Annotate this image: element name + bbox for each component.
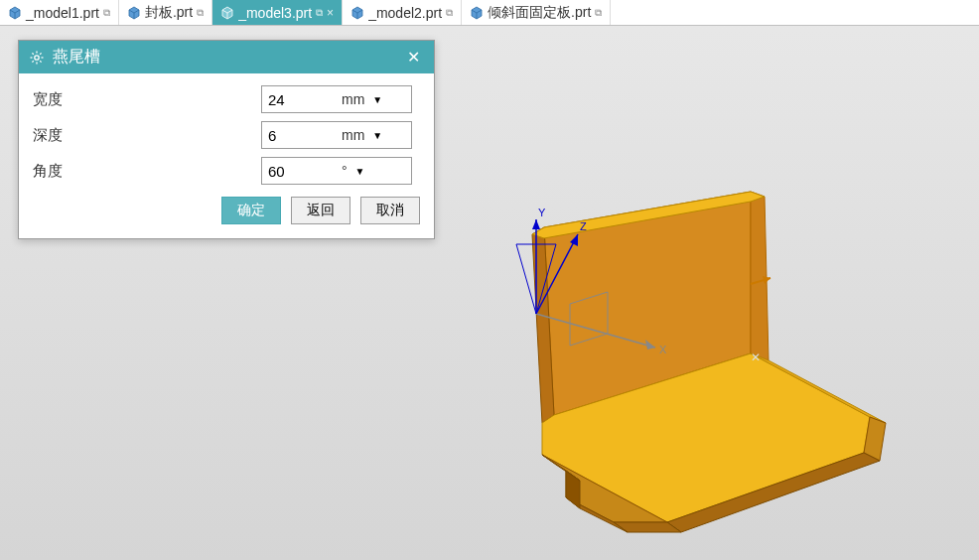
- svg-line-22: [751, 278, 770, 284]
- svg-text:X: X: [659, 344, 667, 355]
- svg-line-16: [536, 314, 655, 348]
- popout-icon[interactable]: ⧉: [595, 7, 602, 19]
- axes-triad: Y X Z ✕: [516, 207, 770, 364]
- popout-icon[interactable]: ⧉: [103, 7, 110, 19]
- chevron-down-icon[interactable]: ▼: [366, 94, 388, 105]
- unit-angle: °: [342, 163, 350, 179]
- width-input[interactable]: [262, 86, 342, 112]
- svg-line-30: [32, 53, 33, 54]
- svg-marker-5: [751, 353, 886, 423]
- tab-qingxie[interactable]: 倾斜面固定板.prt ⧉: [462, 0, 611, 25]
- input-group-width: mm ▼: [261, 85, 412, 113]
- svg-text:✕: ✕: [751, 350, 761, 364]
- popout-icon[interactable]: ⧉: [316, 7, 323, 19]
- popout-icon[interactable]: ⧉: [197, 7, 204, 19]
- part-icon: [350, 6, 364, 20]
- angle-input[interactable]: [262, 158, 342, 184]
- svg-marker-2: [532, 227, 554, 423]
- tab-fengban[interactable]: 封板.prt ⧉: [119, 0, 212, 25]
- svg-line-31: [40, 61, 41, 62]
- ok-button[interactable]: 确定: [221, 197, 281, 224]
- svg-marker-3: [542, 353, 870, 522]
- svg-point-25: [35, 55, 39, 59]
- dovetail-dialog: 燕尾槽 ✕ 宽度 mm ▼ 深度 mm ▼ 角度 ° ▼: [18, 40, 435, 239]
- unit-width: mm: [342, 91, 366, 107]
- tab-label: _model3.prt: [238, 5, 312, 21]
- row-depth: 深度 mm ▼: [33, 121, 420, 149]
- tab-label: 倾斜面固定板.prt: [488, 4, 591, 22]
- tab-label: _model1.prt: [26, 5, 99, 21]
- tab-label: _model2.prt: [368, 5, 442, 21]
- label-width: 宽度: [33, 90, 261, 109]
- svg-marker-0: [544, 192, 751, 415]
- chevron-down-icon[interactable]: ▼: [366, 130, 388, 141]
- svg-marker-17: [645, 340, 655, 350]
- tab-model1[interactable]: _model1.prt ⧉: [0, 0, 119, 25]
- svg-text:Z: Z: [580, 220, 587, 232]
- button-row: 确定 返回 取消: [33, 197, 420, 224]
- svg-marker-23: [763, 276, 770, 284]
- svg-marker-7: [667, 453, 880, 532]
- part-icon: [470, 6, 484, 20]
- svg-marker-20: [570, 234, 578, 246]
- tab-model2[interactable]: _model2.prt ⧉: [343, 0, 462, 25]
- tab-model3[interactable]: _model3.prt ⧉ ×: [212, 0, 343, 25]
- svg-line-32: [32, 61, 33, 62]
- gear-icon: [29, 50, 45, 66]
- svg-marker-10: [566, 471, 580, 508]
- dialog-titlebar[interactable]: 燕尾槽 ✕: [19, 41, 434, 73]
- svg-marker-14: [532, 219, 540, 229]
- label-angle: 角度: [33, 162, 261, 181]
- row-angle: 角度 ° ▼: [33, 157, 420, 185]
- part-icon: [8, 6, 22, 20]
- input-group-depth: mm ▼: [261, 121, 412, 149]
- tab-label: 封板.prt: [145, 4, 193, 22]
- close-icon[interactable]: ×: [327, 6, 334, 20]
- model-body: [532, 192, 886, 532]
- svg-line-19: [536, 234, 578, 314]
- svg-line-33: [40, 53, 41, 54]
- dialog-body: 宽度 mm ▼ 深度 mm ▼ 角度 ° ▼ 确定 返回: [19, 73, 434, 238]
- unit-depth: mm: [342, 127, 366, 143]
- label-depth: 深度: [33, 126, 261, 145]
- svg-marker-11: [542, 455, 580, 481]
- svg-marker-12: [532, 192, 765, 238]
- input-group-angle: ° ▼: [261, 157, 412, 185]
- cancel-button[interactable]: 取消: [360, 197, 420, 224]
- back-button[interactable]: 返回: [291, 197, 350, 224]
- tab-bar: _model1.prt ⧉ 封板.prt ⧉ _model3.prt ⧉ × _…: [0, 0, 979, 26]
- svg-marker-1: [751, 192, 769, 360]
- svg-marker-9: [566, 497, 628, 532]
- svg-marker-4: [542, 455, 667, 522]
- svg-marker-8: [614, 522, 681, 532]
- part-icon: [220, 6, 234, 20]
- part-icon: [127, 6, 141, 20]
- svg-marker-6: [864, 417, 886, 461]
- chevron-down-icon[interactable]: ▼: [350, 166, 371, 177]
- row-width: 宽度 mm ▼: [33, 85, 420, 113]
- dialog-title: 燕尾槽: [53, 47, 403, 68]
- close-icon[interactable]: ✕: [403, 48, 424, 67]
- popout-icon[interactable]: ⧉: [446, 7, 453, 19]
- depth-input[interactable]: [262, 122, 342, 148]
- svg-text:Y: Y: [538, 207, 546, 218]
